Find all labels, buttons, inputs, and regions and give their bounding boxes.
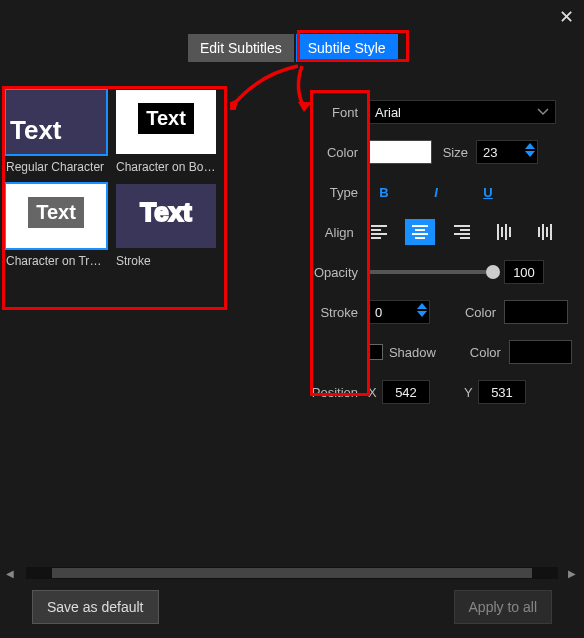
annotation-arrow-1 [230, 64, 310, 110]
opacity-slider[interactable] [370, 270, 494, 274]
preset-thumb: Text [6, 184, 106, 248]
label-stroke: Stroke [300, 305, 368, 320]
label-position: Position [300, 385, 368, 400]
stepper-down-icon[interactable] [525, 150, 535, 158]
font-size-stepper[interactable] [476, 140, 538, 164]
shadow-color-swatch[interactable] [509, 340, 572, 364]
stepper-up-icon[interactable] [417, 302, 427, 310]
label-stroke-color: Color [460, 305, 504, 320]
label-size: Size [432, 145, 476, 160]
preset-label: Character on Tra... [6, 254, 106, 268]
label-y: Y [464, 385, 478, 400]
align-right-button[interactable] [447, 219, 477, 245]
footer: Save as default Apply to all [32, 590, 552, 624]
tab-edit-subtitles[interactable]: Edit Subtitles [188, 34, 294, 62]
underline-button[interactable]: U [472, 180, 504, 204]
horizontal-scrollbar[interactable]: ◀ ▶ [6, 566, 578, 580]
align-vertical-1-button[interactable] [489, 219, 519, 245]
preset-character-on-transparent[interactable]: Text Character on Tra... [6, 184, 106, 268]
preset-stroke[interactable]: Text Stroke [116, 184, 216, 268]
label-x: X [368, 385, 382, 400]
scroll-track[interactable] [26, 567, 558, 579]
tab-subtitle-style[interactable]: Subtile Style [296, 34, 398, 62]
preset-label: Regular Character [6, 160, 106, 174]
stroke-stepper[interactable] [368, 300, 430, 324]
style-presets: Text Regular Character Text Character on… [6, 90, 224, 268]
bold-button[interactable]: B [368, 180, 400, 204]
preset-regular-character[interactable]: Text Regular Character [6, 90, 106, 174]
label-align: Align [300, 225, 364, 240]
label-opacity: Opacity [300, 265, 368, 280]
label-shadow-color: Color [465, 345, 508, 360]
close-icon[interactable]: ✕ [559, 6, 574, 28]
preset-label: Character on Bot... [116, 160, 216, 174]
stepper-down-icon[interactable] [417, 310, 427, 318]
preset-character-on-bottom[interactable]: Text Character on Bot... [116, 90, 216, 174]
align-left-button[interactable] [364, 219, 394, 245]
apply-to-all-button[interactable]: Apply to all [454, 590, 552, 624]
save-as-default-button[interactable]: Save as default [32, 590, 159, 624]
chevron-down-icon [537, 106, 549, 118]
preset-thumb: Text [6, 90, 106, 154]
scroll-right-icon[interactable]: ▶ [568, 568, 578, 579]
scroll-handle[interactable] [52, 568, 532, 578]
position-y-input[interactable] [478, 380, 526, 404]
text-color-swatch[interactable] [368, 140, 432, 164]
position-x-input[interactable] [382, 380, 430, 404]
align-center-button[interactable] [405, 219, 435, 245]
properties-panel: Font Arial Color Size Type B I U Align [300, 92, 572, 412]
slider-knob[interactable] [486, 265, 500, 279]
italic-button[interactable]: I [420, 180, 452, 204]
shadow-checkbox[interactable] [367, 344, 383, 360]
label-type: Type [300, 185, 368, 200]
preset-thumb: Text [116, 184, 216, 248]
opacity-input[interactable] [504, 260, 544, 284]
preset-thumb: Text [116, 90, 216, 154]
stepper-up-icon[interactable] [525, 142, 535, 150]
tab-bar: Edit Subtitles Subtile Style [188, 34, 400, 62]
stroke-color-swatch[interactable] [504, 300, 568, 324]
label-color: Color [300, 145, 368, 160]
scroll-left-icon[interactable]: ◀ [6, 568, 16, 579]
font-select[interactable]: Arial [368, 100, 556, 124]
label-shadow: Shadow [389, 345, 436, 360]
label-font: Font [300, 105, 368, 120]
preset-label: Stroke [116, 254, 216, 268]
font-select-value: Arial [375, 105, 401, 120]
align-vertical-2-button[interactable] [530, 219, 560, 245]
